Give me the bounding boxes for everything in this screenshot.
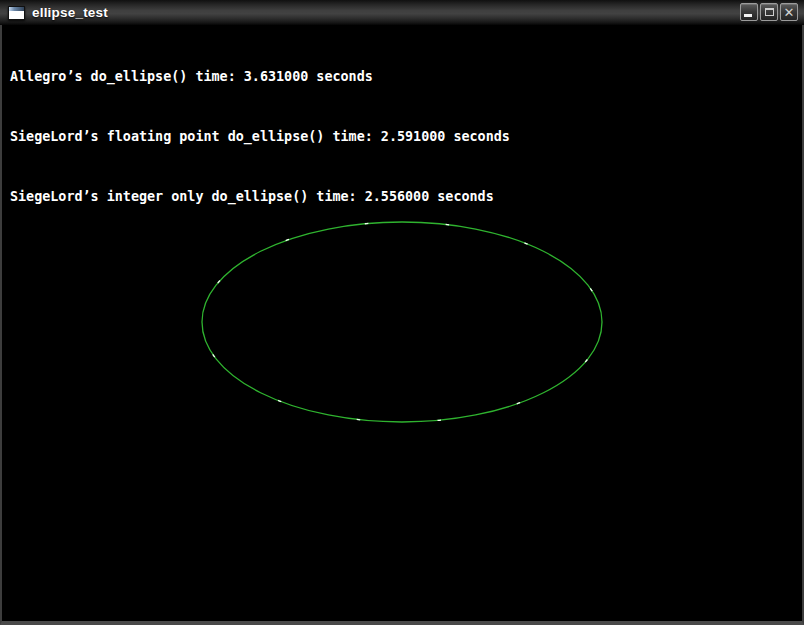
- timing-line-siegelord-int: SiegeLord’s integer only do_ellipse() ti…: [10, 187, 510, 207]
- minimize-icon: [744, 14, 752, 17]
- maximize-button[interactable]: [760, 3, 778, 21]
- window-title: ellipse_test: [32, 5, 108, 20]
- app-window: Allegro’s do_ellipse() time: 3.631000 se…: [0, 0, 804, 625]
- green-ellipse: [202, 222, 602, 422]
- timing-line-siegelord-float: SiegeLord’s floating point do_ellipse() …: [10, 127, 510, 147]
- minimize-button[interactable]: [740, 3, 758, 21]
- close-icon: ✕: [784, 6, 795, 19]
- timing-line-allegro: Allegro’s do_ellipse() time: 3.631000 se…: [10, 67, 510, 87]
- titlebar[interactable]: ellipse_test ✕: [0, 0, 804, 25]
- timing-results: Allegro’s do_ellipse() time: 3.631000 se…: [10, 27, 510, 247]
- maximize-icon: [765, 8, 774, 16]
- window-controls: ✕: [740, 3, 798, 21]
- window-icon: [8, 6, 25, 20]
- close-button[interactable]: ✕: [780, 3, 798, 21]
- white-tick-overlay-ellipse: [202, 222, 602, 422]
